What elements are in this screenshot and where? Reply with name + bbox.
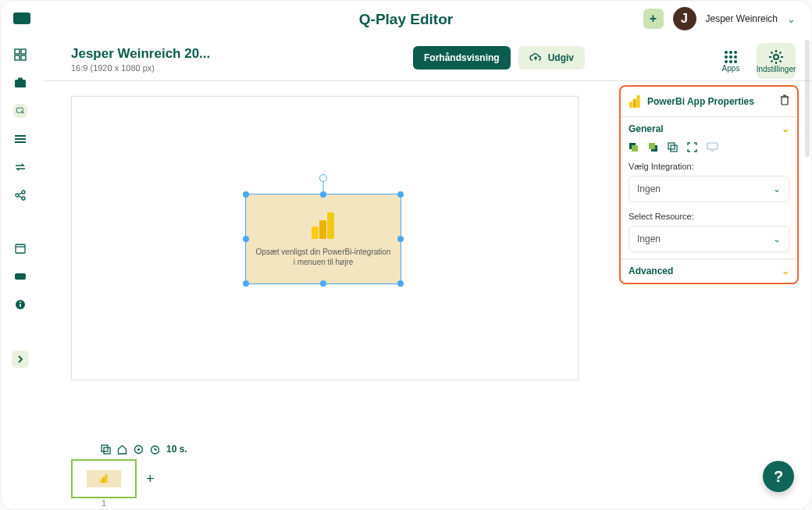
- section-general-label: General: [629, 123, 664, 134]
- add-slide-button[interactable]: +: [146, 471, 155, 487]
- handle-bc[interactable]: [320, 280, 326, 287]
- svg-point-10: [22, 191, 25, 194]
- slide-thumbnail[interactable]: 1: [71, 459, 137, 498]
- send-back-icon[interactable]: [629, 142, 639, 152]
- grid-icon: [724, 50, 738, 64]
- chevron-down-icon: ⌄: [782, 266, 789, 276]
- svg-rect-3: [21, 55, 26, 60]
- fullscreen-icon[interactable]: [687, 142, 697, 152]
- widget-text-l2: i menuen til højre: [294, 258, 354, 266]
- svg-point-30: [774, 55, 778, 59]
- svg-rect-20: [20, 304, 21, 307]
- section-general: General ⌄ Vælg Integration: Ingen ⌄ Sele…: [621, 116, 797, 259]
- app-title: Q-Play Editor: [359, 11, 453, 28]
- svg-rect-34: [102, 445, 108, 451]
- handle-tr[interactable]: [397, 191, 404, 198]
- expand-rail-button[interactable]: [12, 351, 29, 368]
- selected-widget[interactable]: Opsæt venligst din PowerBi-integration i…: [245, 194, 401, 284]
- duplicate-icon[interactable]: [668, 142, 678, 152]
- section-general-header[interactable]: General ⌄: [629, 123, 789, 134]
- help-button[interactable]: ?: [763, 461, 794, 492]
- case-icon[interactable]: [13, 76, 27, 90]
- info-icon[interactable]: [13, 298, 27, 312]
- svg-rect-45: [633, 99, 636, 108]
- repeat-icon[interactable]: [13, 160, 27, 174]
- integration-select[interactable]: Ingen ⌄: [629, 176, 789, 202]
- new-button[interactable]: +: [643, 9, 664, 29]
- svg-point-28: [729, 60, 732, 63]
- document-subtitle: 16:9 (1920 x 1080 px): [71, 63, 210, 73]
- handle-tc[interactable]: [320, 191, 326, 198]
- dashboard-icon[interactable]: [13, 48, 27, 62]
- svg-rect-46: [629, 102, 632, 108]
- brand-mark[interactable]: [13, 12, 30, 24]
- trash-icon[interactable]: [780, 95, 789, 105]
- powerbi-icon: [310, 211, 337, 241]
- svg-rect-2: [15, 55, 20, 60]
- main-area: Jesper Weinreich 20... 16:9 (1920 x 1080…: [43, 38, 811, 509]
- svg-rect-32: [319, 220, 326, 239]
- tab-settings[interactable]: Indstillinger: [757, 43, 796, 79]
- scrollbar[interactable]: [805, 40, 810, 157]
- properties-panel: PowerBi App Properties General ⌄ Væl: [619, 85, 799, 284]
- svg-line-13: [19, 193, 22, 194]
- screen-icon[interactable]: [707, 142, 718, 152]
- share-icon[interactable]: [13, 188, 27, 202]
- home-icon[interactable]: [117, 444, 127, 455]
- preview-button[interactable]: Forhåndsvisning: [413, 46, 511, 70]
- canvas[interactable]: Opsæt venligst din PowerBi-integration i…: [71, 96, 579, 380]
- tab-apps[interactable]: Apps: [711, 43, 750, 79]
- document-actions: Forhåndsvisning Udgiv: [413, 46, 585, 70]
- svg-rect-35: [104, 448, 110, 454]
- svg-point-27: [725, 60, 728, 63]
- svg-point-29: [734, 60, 737, 63]
- list-icon[interactable]: [13, 132, 27, 146]
- rotate-handle[interactable]: [319, 174, 327, 182]
- handle-bl[interactable]: [243, 280, 249, 287]
- resource-value: Ingen: [637, 234, 661, 244]
- svg-rect-54: [668, 143, 675, 149]
- section-advanced-header[interactable]: Advanced ⌄: [629, 266, 789, 276]
- copy-icon[interactable]: [101, 444, 111, 455]
- publish-button[interactable]: Udgiv: [518, 46, 585, 70]
- svg-rect-42: [102, 477, 105, 483]
- tab-settings-label: Indstillinger: [757, 65, 796, 73]
- resource-select[interactable]: Ingen ⌄: [629, 226, 789, 252]
- widget-content: Opsæt venligst din PowerBi-integration i…: [246, 194, 401, 284]
- slides-row: 1 +: [71, 459, 187, 498]
- bring-front-icon[interactable]: [648, 142, 658, 152]
- timer-gear-icon[interactable]: [134, 444, 144, 455]
- integration-value: Ingen: [637, 184, 661, 194]
- svg-rect-17: [15, 273, 26, 280]
- svg-point-26: [734, 55, 737, 59]
- svg-rect-56: [707, 143, 718, 149]
- calendar-icon[interactable]: [13, 241, 27, 255]
- handle-tl[interactable]: [243, 191, 249, 198]
- svg-point-21: [725, 51, 728, 54]
- properties-header: PowerBi App Properties: [621, 93, 797, 116]
- left-rail: [5, 48, 35, 368]
- avatar[interactable]: J: [673, 7, 696, 30]
- handle-ml[interactable]: [243, 236, 249, 242]
- chevron-down-icon: ⌄: [773, 184, 781, 194]
- handle-mr[interactable]: [397, 236, 404, 242]
- user-name[interactable]: Jesper Weinreich: [706, 13, 778, 24]
- canvas-wrap: Opsæt venligst din PowerBi-integration i…: [71, 96, 579, 380]
- svg-point-11: [16, 194, 19, 197]
- svg-rect-51: [632, 145, 638, 152]
- properties-title: PowerBi App Properties: [647, 96, 754, 107]
- svg-rect-53: [649, 143, 655, 149]
- gear-icon: [768, 49, 784, 65]
- handle-br[interactable]: [397, 280, 404, 287]
- editor-icon[interactable]: [13, 104, 27, 118]
- svg-rect-33: [312, 226, 319, 239]
- label-icon[interactable]: [13, 269, 27, 284]
- time-icon[interactable]: [150, 444, 160, 455]
- svg-rect-1: [21, 49, 26, 54]
- tab-apps-label: Apps: [722, 64, 740, 73]
- publish-label: Udgiv: [548, 52, 574, 63]
- topbar-right: + J Jesper Weinreich ⌄: [643, 7, 796, 30]
- svg-rect-44: [636, 95, 639, 108]
- chevron-down-icon[interactable]: ⌄: [787, 13, 796, 25]
- slide-duration[interactable]: 10 s.: [166, 444, 187, 455]
